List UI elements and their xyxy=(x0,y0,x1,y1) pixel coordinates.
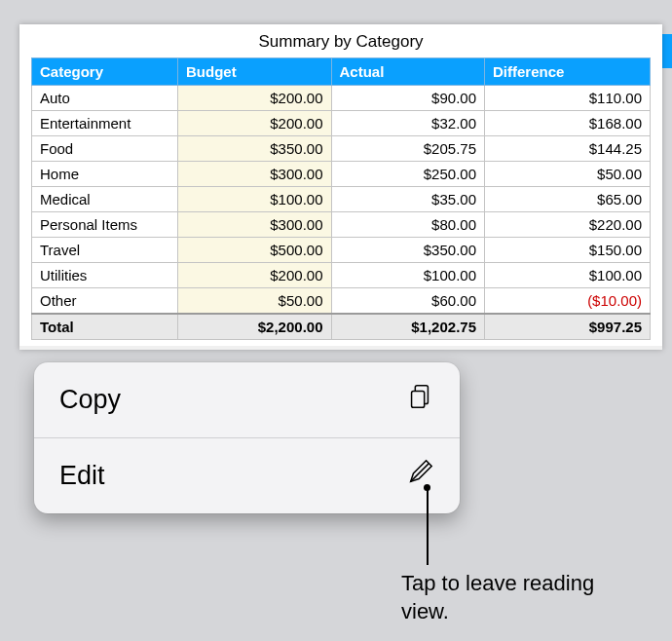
table-row: Food$350.00$205.75$144.25 xyxy=(32,136,651,162)
cell-actual: $90.00 xyxy=(331,86,485,111)
callout-leader-vertical xyxy=(427,487,429,565)
cell-category: Food xyxy=(32,136,178,162)
summary-table: Category Budget Actual Difference Auto$2… xyxy=(31,57,651,340)
table-row: Entertainment$200.00$32.00$168.00 xyxy=(32,111,651,136)
cell-actual: $60.00 xyxy=(331,288,485,315)
copy-icon xyxy=(405,382,434,418)
cell-diff: ($10.00) xyxy=(485,288,651,315)
table-header-row: Category Budget Actual Difference xyxy=(32,58,651,86)
cell-total-budget: $2,200.00 xyxy=(178,314,332,340)
cell-budget: $300.00 xyxy=(178,162,332,187)
cell-diff: $100.00 xyxy=(485,263,651,288)
cell-budget: $350.00 xyxy=(178,136,332,162)
menu-copy-label: Copy xyxy=(59,385,121,415)
menu-edit-label: Edit xyxy=(59,461,105,491)
cell-diff: $144.25 xyxy=(485,136,651,162)
cell-actual: $35.00 xyxy=(331,187,485,212)
cell-category: Utilities xyxy=(32,263,178,288)
menu-copy[interactable]: Copy xyxy=(34,362,460,437)
col-category: Category xyxy=(32,58,178,86)
summary-sheet: Summary by Category Category Budget Actu… xyxy=(19,24,662,350)
sheet-title: Summary by Category xyxy=(19,24,662,57)
col-budget: Budget xyxy=(178,58,332,86)
table-row: Travel$500.00$350.00$150.00 xyxy=(32,238,651,263)
cell-actual: $32.00 xyxy=(331,111,485,136)
cell-diff: $168.00 xyxy=(485,111,651,136)
cell-category: Medical xyxy=(32,187,178,212)
cell-diff: $150.00 xyxy=(485,238,651,263)
table-row: Auto$200.00$90.00$110.00 xyxy=(32,86,651,111)
cell-diff: $110.00 xyxy=(485,86,651,111)
cell-total-diff: $997.25 xyxy=(485,314,651,340)
table-row: Home$300.00$250.00$50.00 xyxy=(32,162,651,187)
callout-leader-dot xyxy=(424,484,430,491)
table-total-row: Total$2,200.00$1,202.75$997.25 xyxy=(32,314,651,340)
cell-budget: $200.00 xyxy=(178,263,332,288)
cell-category: Personal Items xyxy=(32,212,178,238)
cell-total-actual: $1,202.75 xyxy=(331,314,485,340)
cell-actual: $205.75 xyxy=(331,136,485,162)
cell-category: Travel xyxy=(32,238,178,263)
context-menu: Copy Edit xyxy=(34,362,460,513)
cell-budget: $200.00 xyxy=(178,111,332,136)
cell-total-label: Total xyxy=(32,314,178,340)
table-row: Medical$100.00$35.00$65.00 xyxy=(32,187,651,212)
cell-budget: $200.00 xyxy=(178,86,332,111)
cell-budget: $300.00 xyxy=(178,212,332,238)
table-row: Other$50.00$60.00($10.00) xyxy=(32,288,651,315)
cell-category: Other xyxy=(32,288,178,315)
callout-text: Tap to leave reading view. xyxy=(401,570,635,625)
col-actual: Actual xyxy=(331,58,485,86)
cell-diff: $65.00 xyxy=(485,187,651,212)
table-row: Utilities$200.00$100.00$100.00 xyxy=(32,263,651,288)
cell-diff: $50.00 xyxy=(485,162,651,187)
cell-actual: $250.00 xyxy=(331,162,485,187)
cell-actual: $80.00 xyxy=(331,212,485,238)
cell-budget: $500.00 xyxy=(178,238,332,263)
cell-budget: $50.00 xyxy=(178,288,332,315)
cell-category: Auto xyxy=(32,86,178,111)
sheet-bottom-edge xyxy=(19,346,662,350)
cell-category: Home xyxy=(32,162,178,187)
svg-rect-0 xyxy=(412,391,425,407)
table-row: Personal Items$300.00$80.00$220.00 xyxy=(32,212,651,238)
cell-category: Entertainment xyxy=(32,111,178,136)
cell-diff: $220.00 xyxy=(485,212,651,238)
col-diff: Difference xyxy=(485,58,651,86)
menu-edit[interactable]: Edit xyxy=(34,438,460,513)
cell-actual: $100.00 xyxy=(331,263,485,288)
cell-actual: $350.00 xyxy=(331,238,485,263)
cell-budget: $100.00 xyxy=(178,187,332,212)
